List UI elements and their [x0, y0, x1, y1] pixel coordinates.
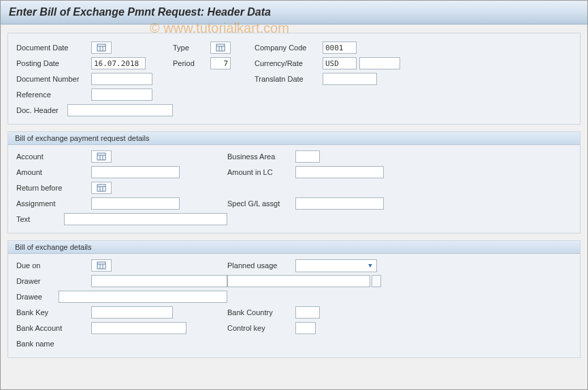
return-before-label: Return before	[16, 184, 91, 192]
account-label: Account	[16, 152, 91, 161]
control-key-input[interactable]	[295, 322, 316, 334]
bank-key-label: Bank Key	[16, 308, 91, 316]
bank-key-input[interactable]	[91, 306, 173, 319]
translatn-date-input[interactable]	[323, 73, 377, 85]
header-fields: Document Date Posting Date Document Numb…	[7, 33, 581, 125]
bank-name-label: Bank name	[16, 340, 91, 348]
payment-request-title: Bill of exchange payment request details	[8, 132, 580, 145]
translatn-date-label: Translatn Date	[255, 75, 323, 83]
due-on-input[interactable]	[91, 259, 112, 272]
company-code-input[interactable]	[323, 42, 357, 54]
planned-usage-dropdown[interactable]: ▼	[295, 259, 377, 272]
document-number-input[interactable]	[91, 73, 152, 85]
svg-rect-16	[97, 262, 105, 269]
drawer-lookup-button[interactable]	[372, 275, 381, 287]
due-on-label: Due on	[16, 261, 91, 270]
text-label: Text	[16, 215, 64, 223]
svg-rect-0	[97, 44, 105, 51]
bank-country-input[interactable]	[295, 306, 320, 319]
drawee-label: Drawee	[16, 293, 59, 301]
assignment-label: Assignment	[16, 199, 91, 208]
business-area-label: Business Area	[227, 152, 295, 161]
assignment-input[interactable]	[91, 197, 180, 210]
currency-rate-label: Currency/Rate	[255, 59, 323, 67]
exchange-details-title: Bill of exchange details	[8, 241, 580, 254]
amount-lc-label: Amount in LC	[227, 168, 295, 176]
bank-country-label: Bank Country	[227, 308, 295, 316]
svg-rect-4	[216, 44, 225, 51]
doc-header-label: Doc. Header	[16, 106, 67, 114]
business-area-input[interactable]	[295, 150, 320, 163]
document-date-label: Document Date	[16, 44, 91, 52]
text-input[interactable]	[64, 213, 227, 225]
doc-header-input[interactable]	[67, 104, 173, 116]
type-input[interactable]	[210, 42, 231, 54]
page-title: Enter Bill of Exchange Pmnt Request: Hea…	[9, 6, 579, 18]
currency-input[interactable]	[323, 57, 357, 69]
document-date-input[interactable]	[91, 42, 112, 54]
reference-label: Reference	[16, 91, 91, 99]
period-input[interactable]	[210, 57, 231, 69]
amount-input[interactable]	[91, 166, 180, 178]
posting-date-label: Posting Date	[16, 59, 91, 67]
account-input[interactable]	[91, 150, 112, 163]
amount-lc-input[interactable]	[295, 166, 384, 178]
rate-input[interactable]	[359, 57, 400, 69]
drawer-input-2[interactable]	[227, 275, 370, 287]
exchange-details-group: Bill of exchange details Due on Drawer	[7, 240, 581, 358]
company-code-label: Company Code	[255, 44, 323, 52]
drawer-label: Drawer	[16, 277, 91, 285]
bank-account-input[interactable]	[91, 322, 186, 334]
reference-input[interactable]	[91, 88, 152, 101]
svg-rect-8	[97, 153, 105, 160]
drawer-input[interactable]	[91, 275, 227, 287]
payment-request-group: Bill of exchange payment request details…	[7, 131, 581, 233]
type-label: Type	[173, 44, 210, 52]
amount-label: Amount	[16, 168, 91, 176]
chevron-down-icon: ▼	[365, 261, 375, 270]
specl-gl-input[interactable]	[295, 197, 384, 210]
svg-rect-12	[97, 184, 105, 191]
title-bar: Enter Bill of Exchange Pmnt Request: Hea…	[1, 1, 587, 25]
control-key-label: Control key	[227, 324, 295, 332]
planned-usage-label: Planned usage	[227, 261, 295, 270]
return-before-input[interactable]	[91, 182, 112, 194]
bank-account-label: Bank Account	[16, 324, 91, 332]
content-area: Document Date Posting Date Document Numb…	[1, 25, 587, 372]
specl-gl-label: Specl G/L assgt	[227, 199, 295, 208]
posting-date-input[interactable]	[91, 57, 146, 69]
drawee-input[interactable]	[59, 291, 227, 303]
document-number-label: Document Number	[16, 75, 91, 83]
period-label: Period	[173, 59, 210, 67]
